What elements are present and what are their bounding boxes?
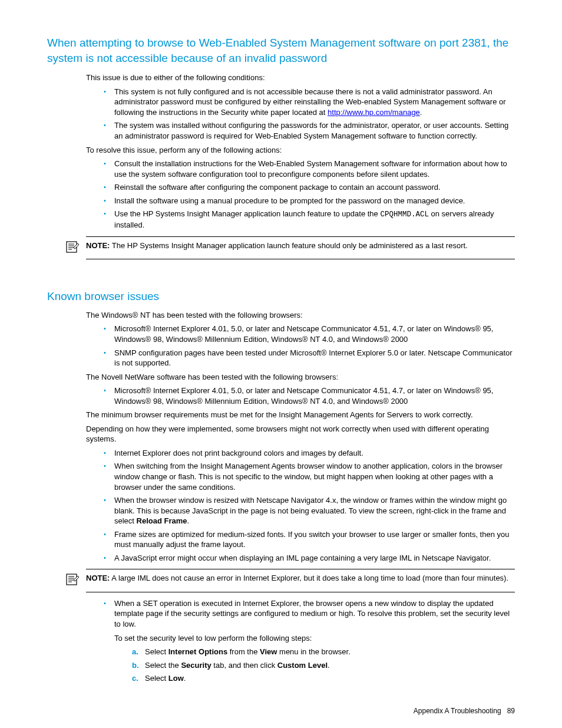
footer-label: Appendix A Troubleshooting <box>414 707 501 715</box>
list-item: Internet Explorer does not print backgro… <box>104 448 515 459</box>
page-footer: Appendix A Troubleshooting 89 <box>47 706 515 716</box>
note-label: NOTE: <box>86 241 110 250</box>
list-item: Consult the installation instructions fo… <box>104 159 515 179</box>
list-item: When switching from the Insight Manageme… <box>104 461 515 492</box>
section-heading-port-2381: When attempting to browse to Web-Enabled… <box>47 35 515 65</box>
manage-link[interactable]: http://www.hp.com/manage <box>328 108 420 117</box>
novell-text: The Novell NetWare software has been tes… <box>86 372 515 383</box>
section1-body: This issue is due to either of the follo… <box>86 73 515 230</box>
steps-list: a.Select Internet Options from the View … <box>132 647 515 684</box>
step-a: a.Select Internet Options from the View … <box>132 647 515 657</box>
intro-text: The Windows® NT has been tested with the… <box>86 310 515 321</box>
note-icon <box>66 574 80 588</box>
note-icon <box>66 241 80 256</box>
list-item: A JavaScript error might occur when disp… <box>104 553 515 564</box>
step-c: c.Select Low. <box>132 673 515 684</box>
list-item: When a SET operation is executed in Inte… <box>104 598 515 684</box>
browsers-list: Microsoft® Internet Explorer 4.01, 5.0, … <box>104 324 515 368</box>
list-item: SNMP configuration pages have been teste… <box>104 348 515 368</box>
conditions-list: This system is not fully configured and … <box>104 87 515 141</box>
section-heading-browser-issues: Known browser issues <box>47 289 515 304</box>
intro-text: This issue is due to either of the follo… <box>86 73 515 83</box>
actions-list: Consult the installation instructions fo… <box>104 159 515 230</box>
novell-browsers-list: Microsoft® Internet Explorer 4.01, 5.0, … <box>104 386 515 406</box>
list-item: Reinstall the software after configuring… <box>104 182 515 193</box>
list-item: Use the HP Systems Insight Manager appli… <box>104 209 515 230</box>
list-item: The system was installed without configu… <box>104 120 515 141</box>
steps-intro: To set the security level to low perform… <box>114 633 515 644</box>
bold-reload-frame: Reload Frame <box>137 516 187 525</box>
list-item: Microsoft® Internet Explorer 4.01, 5.0, … <box>104 386 515 406</box>
min-req-text: The minimum browser requirements must be… <box>86 410 515 420</box>
issues-list: Internet Explorer does not print backgro… <box>104 448 515 563</box>
page-number: 89 <box>507 707 515 715</box>
step-b: b.Select the Security tab, and then clic… <box>132 660 515 671</box>
note-text: A large IML does not cause an error in I… <box>110 574 508 582</box>
section2-body: The Windows® NT has been tested with the… <box>86 310 515 563</box>
list-item: Microsoft® Internet Explorer 4.01, 5.0, … <box>104 324 515 344</box>
note-label: NOTE: <box>86 574 110 582</box>
list-item: Frame sizes are optimized for medium-siz… <box>104 529 515 550</box>
note-block: NOTE: The HP Systems Insight Manager app… <box>66 236 515 260</box>
section2-continued: When a SET operation is executed in Inte… <box>86 598 515 684</box>
code-filename: CPQHMMD.ACL <box>380 210 429 219</box>
list-item: Install the software using a manual proc… <box>104 196 515 206</box>
list-item: When the browser window is resized with … <box>104 495 515 526</box>
set-op-list: When a SET operation is executed in Inte… <box>104 598 515 684</box>
depend-text: Depending on how they were implemented, … <box>86 424 515 444</box>
list-item: This system is not fully configured and … <box>104 87 515 118</box>
note-text: The HP Systems Insight Manager applicati… <box>110 241 467 250</box>
note-block: NOTE: A large IML does not cause an erro… <box>66 569 515 592</box>
resolve-intro: To resolve this issue, perform any of th… <box>86 145 515 156</box>
